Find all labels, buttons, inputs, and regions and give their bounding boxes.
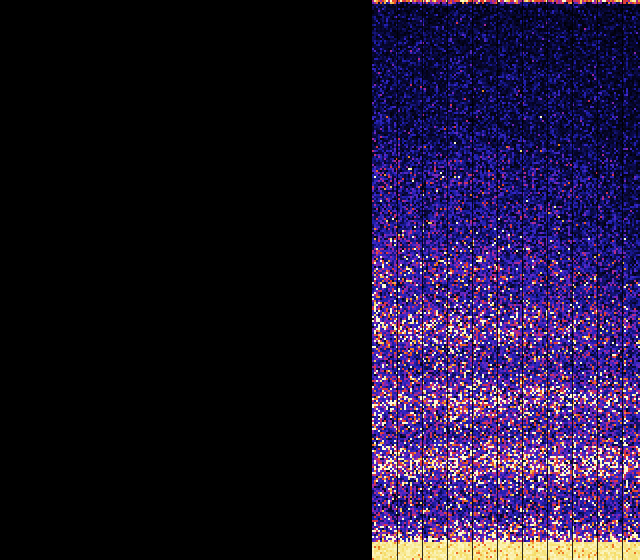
screenshot-root — [0, 0, 640, 560]
spectrogram-canvas — [0, 0, 640, 560]
